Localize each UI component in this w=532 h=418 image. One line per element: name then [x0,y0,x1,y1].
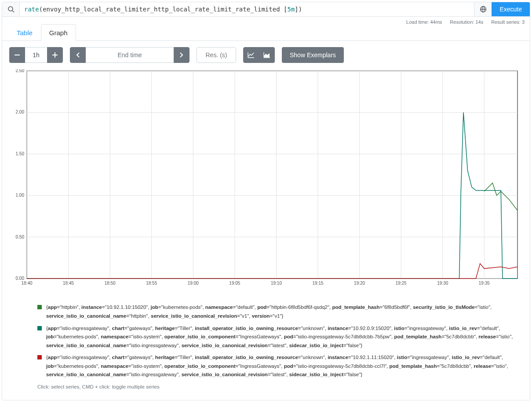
show-exemplars-button[interactable]: Show Exemplars [282,47,344,63]
globe-icon-button[interactable] [474,2,492,16]
chart-type-group [243,47,275,63]
area-chart-icon [263,52,270,58]
range-group: 1h [9,47,63,63]
svg-text:19:00: 19:00 [188,281,199,286]
endtime-prev-button[interactable] [70,47,86,63]
result-series-stat: Result series: 3 [491,19,525,25]
tab-graph[interactable]: Graph [41,24,76,41]
svg-text:18:55: 18:55 [146,281,157,286]
promql-input[interactable]: rate(envoy_http_local_rate_limiter_http_… [20,2,474,16]
endtime-group: End time [70,47,189,63]
legend: {app="httpbin", instance="10.92.1.10:150… [2,299,530,400]
resolution-stat: Resolution: 14s [450,19,483,25]
globe-icon [480,6,487,13]
svg-text:0.00: 0.00 [16,276,25,281]
svg-text:18:40: 18:40 [21,281,32,286]
chevron-left-icon [76,52,80,58]
range-value[interactable]: 1h [25,47,47,63]
load-time: Load time: 44ms [406,19,442,25]
svg-rect-8 [27,71,517,279]
svg-rect-5 [15,55,20,55]
line-chart-icon [248,52,255,58]
endtime-next-button[interactable] [174,47,189,63]
svg-rect-7 [52,55,58,55]
minus-icon [15,55,20,55]
timeseries-chart[interactable]: 0.000.501.001.502.002.5018:4018:4518:501… [9,69,523,290]
range-decrease-button[interactable] [9,47,25,63]
svg-text:19:30: 19:30 [437,281,448,286]
line-chart-button[interactable] [243,47,259,63]
view-tabs: Table Graph [2,24,530,41]
svg-text:1.00: 1.00 [16,193,25,198]
legend-label: {app="istio-ingressgateway", chart="gate… [46,324,523,350]
legend-swatch [37,355,42,359]
legend-label: {app="istio-ingressgateway", chart="gate… [46,353,523,379]
svg-text:19:20: 19:20 [354,281,365,286]
svg-text:19:15: 19:15 [313,281,324,286]
chart-area: 0.000.501.001.502.002.5018:4018:4518:501… [2,69,530,299]
resolution-input[interactable] [197,47,236,63]
legend-label: {app="httpbin", instance="10.92.1.10:150… [46,303,523,320]
svg-text:2.00: 2.00 [16,110,25,114]
svg-text:19:25: 19:25 [396,281,407,286]
legend-item[interactable]: {app="istio-ingressgateway", chart="gate… [37,353,523,379]
stacked-chart-button[interactable] [259,47,275,63]
svg-text:2.50: 2.50 [16,69,25,73]
chevron-right-icon [180,52,183,58]
prometheus-panel: rate(envoy_http_local_rate_limiter_http_… [2,2,530,400]
svg-line-1 [12,11,14,12]
svg-text:18:50: 18:50 [105,281,116,286]
svg-point-0 [8,7,13,11]
execute-button[interactable]: Execute [492,2,530,16]
query-bar: rate(envoy_http_local_rate_limiter_http_… [2,2,530,17]
svg-text:19:10: 19:10 [271,281,282,286]
endtime-input[interactable]: End time [86,47,174,63]
legend-hint: Click: select series, CMD + click: toggl… [37,383,523,392]
graph-controls: 1h End time Show Exemplars [2,41,530,69]
search-icon-button[interactable] [2,2,20,16]
search-icon [7,6,15,13]
legend-swatch [37,305,42,309]
svg-text:19:05: 19:05 [229,281,240,286]
svg-text:0.50: 0.50 [16,235,25,239]
legend-item[interactable]: {app="httpbin", instance="10.92.1.10:150… [37,303,523,320]
range-increase-button[interactable] [47,47,63,63]
svg-text:19:35: 19:35 [479,281,490,286]
tab-table[interactable]: Table [8,24,41,41]
svg-text:1.50: 1.50 [16,151,25,156]
plus-icon [52,52,58,58]
svg-text:18:45: 18:45 [63,281,74,286]
legend-item[interactable]: {app="istio-ingressgateway", chart="gate… [37,324,523,350]
legend-swatch [37,326,42,330]
